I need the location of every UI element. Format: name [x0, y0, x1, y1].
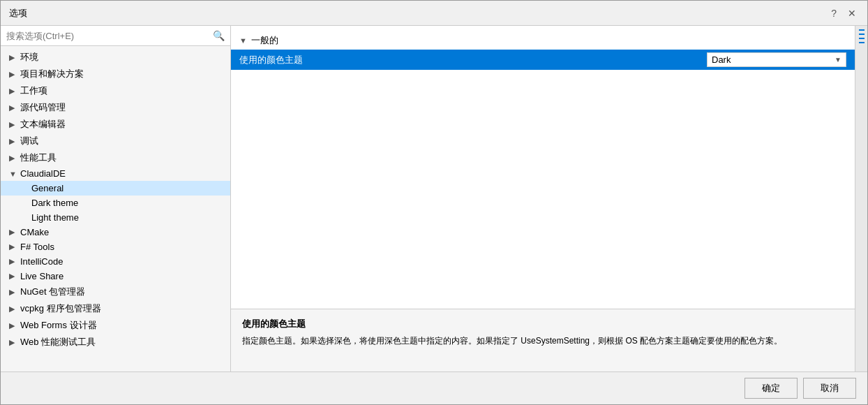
close-button[interactable]: ✕: [845, 7, 859, 20]
arrow-icon: ▶: [9, 304, 17, 314]
tree-item-general[interactable]: General: [1, 181, 230, 196]
arrow-icon: ▶: [9, 321, 17, 330]
tree-label: Light theme: [31, 212, 79, 223]
tree-label: 性能工具: [20, 152, 57, 164]
arrow-icon: ▶: [9, 242, 17, 251]
tree-label: 项目和解决方案: [20, 68, 84, 80]
tree-label: Dark theme: [31, 198, 78, 208]
ok-button[interactable]: 确定: [744, 378, 798, 399]
setting-value: Dark: [712, 54, 731, 65]
section-title: 一般的: [251, 34, 278, 47]
accent-dot: [859, 34, 865, 35]
arrow-icon: ▶: [9, 53, 17, 62]
search-icon: 🔍: [213, 30, 225, 41]
tree-item-claudia[interactable]: ▼ ClaudialDE: [1, 166, 230, 181]
right-panel: ▼ 一般的 使用的颜色主题 Dark ▼ 使用的颜色主题 指定颜色主题。如果选择…: [231, 26, 855, 371]
arrow-icon: ▶: [9, 103, 17, 112]
tree: ▶ 环境 ▶ 项目和解决方案 ▶ 工作项 ▶ 源代码管理: [1, 46, 230, 371]
arrow-icon: ▶: [9, 228, 17, 237]
arrow-icon: ▶: [9, 257, 17, 266]
tree-item-perf[interactable]: ▶ 性能工具: [1, 149, 230, 166]
left-panel: 🔍 ▶ 环境 ▶ 项目和解决方案 ▶ 工作项: [1, 26, 231, 371]
tree-item-project[interactable]: ▶ 项目和解决方案: [1, 66, 230, 82]
right-content: ▼ 一般的 使用的颜色主题 Dark ▼: [231, 26, 855, 309]
accent-dot: [859, 38, 865, 39]
arrow-icon: ▶: [9, 120, 17, 129]
tree-label: Web 性能测试工具: [20, 336, 96, 348]
tree-item-texteditor[interactable]: ▶ 文本编辑器: [1, 116, 230, 133]
arrow-icon: ▶: [9, 137, 17, 146]
accent-dot: [859, 42, 865, 43]
tree-item-lighttheme[interactable]: Light theme: [1, 210, 230, 225]
arrow-icon: ▶: [9, 70, 17, 79]
footer: 确定 取消: [1, 371, 867, 404]
dialog-body: 🔍 ▶ 环境 ▶ 项目和解决方案 ▶ 工作项: [1, 26, 867, 371]
arrow-icon: ▶: [9, 272, 17, 281]
tree-item-webforms[interactable]: ▶ Web Forms 设计器: [1, 317, 230, 334]
setting-value-dropdown[interactable]: Dark ▼: [707, 52, 846, 67]
tree-label: General: [31, 183, 63, 193]
tree-item-webtest[interactable]: ▶ Web 性能测试工具: [1, 334, 230, 351]
tree-item-darktheme[interactable]: Dark theme: [1, 196, 230, 210]
cancel-button[interactable]: 取消: [803, 378, 856, 399]
tree-label: Web Forms 设计器: [20, 319, 97, 332]
arrow-icon: ▶: [9, 87, 17, 96]
setting-row[interactable]: 使用的颜色主题 Dark ▼: [231, 50, 855, 70]
description-text: 指定颜色主题。如果选择深色，将使用深色主题中指定的内容。如果指定了 UseSys…: [242, 334, 844, 347]
tree-label: vcpkg 程序包管理器: [20, 302, 101, 315]
tree-label: NuGet 包管理器: [20, 286, 85, 298]
tree-item-vcpkg[interactable]: ▶ vcpkg 程序包管理器: [1, 300, 230, 317]
section-arrow: ▼: [239, 36, 247, 45]
dropdown-arrow-icon: ▼: [835, 56, 841, 64]
tree-item-env[interactable]: ▶ 环境: [1, 49, 230, 66]
arrow-icon: ▼: [9, 170, 17, 178]
arrow-icon: ▶: [9, 338, 17, 347]
tree-item-fsharp[interactable]: ▶ F# Tools: [1, 240, 230, 254]
description-title: 使用的颜色主题: [242, 318, 844, 330]
tree-item-nuget[interactable]: ▶ NuGet 包管理器: [1, 284, 230, 300]
arrow-icon: ▶: [9, 154, 17, 163]
help-button[interactable]: ?: [828, 7, 839, 20]
tree-item-workitem[interactable]: ▶ 工作项: [1, 82, 230, 99]
tree-item-cmake[interactable]: ▶ CMake: [1, 225, 230, 240]
accent-dot: [859, 29, 865, 31]
tree-label: IntelliCode: [20, 256, 63, 267]
search-box: 🔍: [1, 26, 230, 46]
setting-label: 使用的颜色主题: [239, 54, 707, 66]
tree-label: CMake: [20, 227, 49, 237]
section-header: ▼ 一般的: [231, 31, 855, 50]
right-accent-bar: [855, 26, 867, 371]
description-box: 使用的颜色主题 指定颜色主题。如果选择深色，将使用深色主题中指定的内容。如果指定…: [231, 309, 855, 371]
title-bar: 选项 ? ✕: [1, 1, 867, 26]
options-dialog: 选项 ? ✕ 🔍 ▶ 环境 ▶ 项目和解决方案: [0, 0, 868, 405]
tree-label: 调试: [20, 135, 38, 147]
tree-item-source[interactable]: ▶ 源代码管理: [1, 99, 230, 116]
tree-item-intellicode[interactable]: ▶ IntelliCode: [1, 254, 230, 269]
tree-label: F# Tools: [20, 242, 54, 252]
tree-label: Live Share: [20, 271, 63, 281]
tree-item-debug[interactable]: ▶ 调试: [1, 133, 230, 149]
tree-label: 源代码管理: [20, 101, 66, 114]
title-controls: ? ✕: [828, 7, 859, 20]
arrow-icon: ▶: [9, 288, 17, 297]
search-input[interactable]: [6, 31, 210, 41]
tree-label: ClaudialDE: [20, 168, 66, 179]
tree-label: 文本编辑器: [20, 118, 66, 131]
dialog-title: 选项: [9, 7, 27, 20]
tree-label: 工作项: [20, 84, 47, 97]
tree-item-liveshare[interactable]: ▶ Live Share: [1, 269, 230, 284]
tree-label: 环境: [20, 51, 38, 64]
